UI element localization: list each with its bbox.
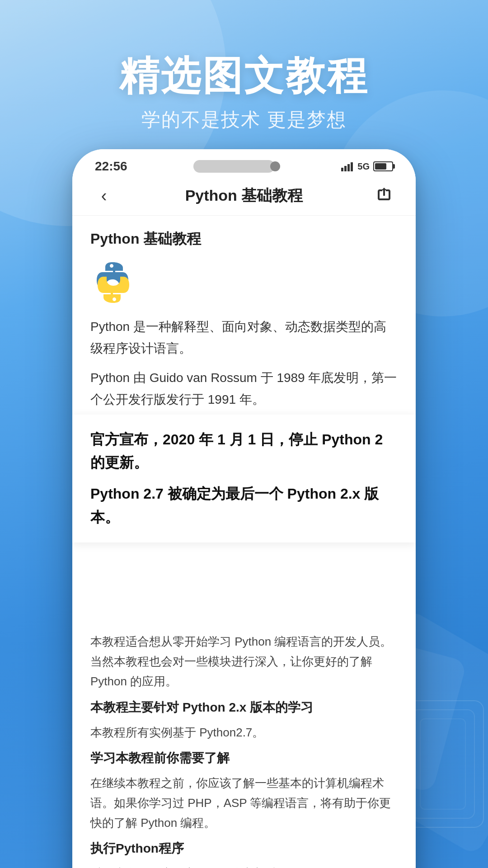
python-logo [90, 260, 136, 305]
signal-icon [341, 161, 354, 171]
highlight-box: 官方宣布，2020 年 1 月 1 日，停止 Python 2 的更新。 Pyt… [72, 415, 416, 542]
5g-label: 5G [357, 161, 370, 172]
share-icon [376, 186, 392, 202]
status-bar: 22:56 5G [72, 149, 416, 178]
phone-frame: 22:56 5G ‹ Python 基础教程 [72, 149, 416, 868]
svg-rect-0 [341, 168, 343, 171]
content-page-title: Python 基础教程 [90, 229, 398, 249]
share-button[interactable] [371, 186, 398, 206]
section3-title: 执行Python程序 [90, 840, 398, 857]
battery-fill [375, 163, 386, 170]
lower-para1: 本教程适合想从零开始学习 Python 编程语言的开发人员。当然本教程也会对一些… [90, 632, 398, 692]
section2-text: 在继续本教程之前，你应该了解一些基本的计算机编程术语。如果你学习过 PHP，AS… [90, 773, 398, 833]
content-intro-1: Python 是一种解释型、面向对象、动态数据类型的高级程序设计语言。 [90, 316, 398, 359]
back-button[interactable]: ‹ [90, 186, 117, 206]
header-section: 精选图文教程 学的不是技术 更是梦想 [0, 0, 488, 132]
highlight-main: 官方宣布，2020 年 1 月 1 日，停止 Python 2 的更新。 [90, 428, 398, 474]
section2-title: 学习本教程前你需要了解 [90, 750, 398, 767]
section3-text: 对于大多数程序语言，第一个入门编程代码便是 [90, 863, 398, 868]
battery-icon [373, 161, 393, 171]
phone-mockup: 22:56 5G ‹ Python 基础教程 [72, 149, 416, 868]
nav-title: Python 基础教程 [185, 185, 303, 206]
header-subtitle: 学的不是技术 更是梦想 [0, 107, 488, 132]
svg-rect-6 [420, 719, 465, 809]
header-title: 精选图文教程 [0, 54, 488, 98]
nav-bar: ‹ Python 基础教程 [72, 178, 416, 216]
status-icons: 5G [341, 161, 393, 172]
svg-rect-3 [351, 162, 353, 171]
highlight-secondary: Python 2.7 被确定为最后一个 Python 2.x 版本。 [90, 482, 398, 528]
content-intro-2: Python 由 Guido van Rossum 于 1989 年底发明，第一… [90, 367, 398, 410]
svg-rect-2 [347, 164, 350, 171]
status-time: 22:56 [95, 159, 127, 174]
section1-title: 本教程主要针对 Python 2.x 版本的学习 [90, 699, 398, 716]
lower-content: 本教程适合想从零开始学习 Python 编程语言的开发人员。当然本教程也会对一些… [72, 623, 416, 868]
content-area: Python 基础教程 Python 是一种解释型、面向对象、动态数据类型的高级… [72, 216, 416, 623]
svg-rect-1 [344, 166, 347, 171]
status-notch [193, 160, 275, 173]
section1-text: 本教程所有实例基于 Python2.7。 [90, 722, 398, 742]
